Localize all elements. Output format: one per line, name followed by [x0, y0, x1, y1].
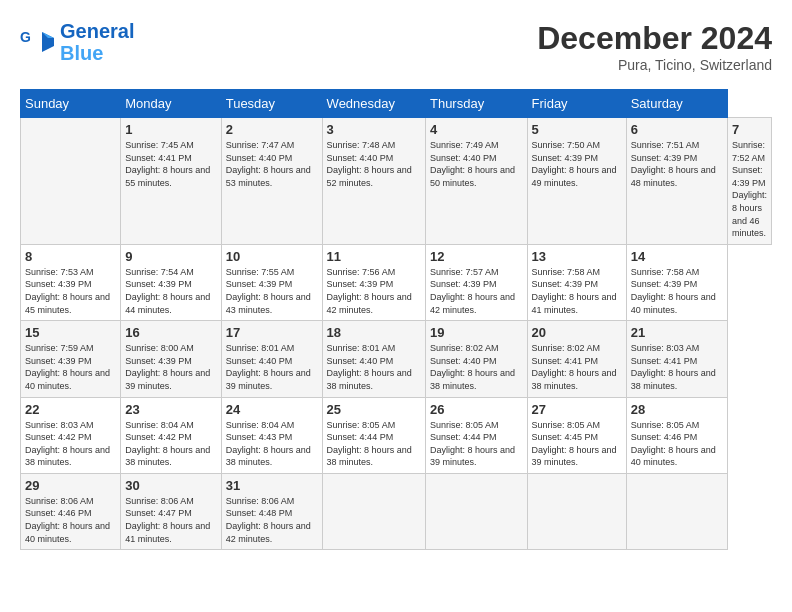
- day-info: Sunrise: 8:02 AM Sunset: 4:40 PM Dayligh…: [430, 342, 523, 392]
- day-number: 11: [327, 249, 421, 264]
- calendar-cell: 30 Sunrise: 8:06 AM Sunset: 4:47 PM Dayl…: [121, 473, 221, 549]
- day-info: Sunrise: 7:53 AM Sunset: 4:39 PM Dayligh…: [25, 266, 116, 316]
- month-title: December 2024: [537, 20, 772, 57]
- calendar-cell: [21, 118, 121, 245]
- calendar-cell: 20 Sunrise: 8:02 AM Sunset: 4:41 PM Dayl…: [527, 321, 626, 397]
- day-number: 28: [631, 402, 723, 417]
- calendar-cell: 12 Sunrise: 7:57 AM Sunset: 4:39 PM Dayl…: [425, 244, 527, 320]
- day-info: Sunrise: 7:55 AM Sunset: 4:39 PM Dayligh…: [226, 266, 318, 316]
- day-header-thursday: Thursday: [425, 90, 527, 118]
- day-info: Sunrise: 7:48 AM Sunset: 4:40 PM Dayligh…: [327, 139, 421, 189]
- calendar-cell: 13 Sunrise: 7:58 AM Sunset: 4:39 PM Dayl…: [527, 244, 626, 320]
- day-number: 29: [25, 478, 116, 493]
- day-header-sunday: Sunday: [21, 90, 121, 118]
- day-info: Sunrise: 8:05 AM Sunset: 4:44 PM Dayligh…: [327, 419, 421, 469]
- day-info: Sunrise: 8:06 AM Sunset: 4:46 PM Dayligh…: [25, 495, 116, 545]
- calendar-cell: [527, 473, 626, 549]
- day-number: 3: [327, 122, 421, 137]
- day-info: Sunrise: 7:45 AM Sunset: 4:41 PM Dayligh…: [125, 139, 216, 189]
- calendar-cell: 9 Sunrise: 7:54 AM Sunset: 4:39 PM Dayli…: [121, 244, 221, 320]
- calendar-cell: 22 Sunrise: 8:03 AM Sunset: 4:42 PM Dayl…: [21, 397, 121, 473]
- day-info: Sunrise: 8:03 AM Sunset: 4:41 PM Dayligh…: [631, 342, 723, 392]
- day-info: Sunrise: 7:49 AM Sunset: 4:40 PM Dayligh…: [430, 139, 523, 189]
- day-number: 21: [631, 325, 723, 340]
- calendar-cell: 19 Sunrise: 8:02 AM Sunset: 4:40 PM Dayl…: [425, 321, 527, 397]
- calendar-cell: [626, 473, 727, 549]
- calendar-cell: 17 Sunrise: 8:01 AM Sunset: 4:40 PM Dayl…: [221, 321, 322, 397]
- calendar-header-row: SundayMondayTuesdayWednesdayThursdayFrid…: [21, 90, 772, 118]
- calendar-week-3: 15 Sunrise: 7:59 AM Sunset: 4:39 PM Dayl…: [21, 321, 772, 397]
- svg-text:G: G: [20, 29, 31, 45]
- day-number: 10: [226, 249, 318, 264]
- day-number: 2: [226, 122, 318, 137]
- day-info: Sunrise: 7:54 AM Sunset: 4:39 PM Dayligh…: [125, 266, 216, 316]
- day-info: Sunrise: 7:59 AM Sunset: 4:39 PM Dayligh…: [25, 342, 116, 392]
- day-info: Sunrise: 7:51 AM Sunset: 4:39 PM Dayligh…: [631, 139, 723, 189]
- day-header-saturday: Saturday: [626, 90, 727, 118]
- calendar-cell: 23 Sunrise: 8:04 AM Sunset: 4:42 PM Dayl…: [121, 397, 221, 473]
- day-info: Sunrise: 8:03 AM Sunset: 4:42 PM Dayligh…: [25, 419, 116, 469]
- logo: G General Blue: [20, 20, 134, 64]
- calendar-week-4: 22 Sunrise: 8:03 AM Sunset: 4:42 PM Dayl…: [21, 397, 772, 473]
- calendar-cell: 10 Sunrise: 7:55 AM Sunset: 4:39 PM Dayl…: [221, 244, 322, 320]
- day-number: 14: [631, 249, 723, 264]
- day-info: Sunrise: 7:50 AM Sunset: 4:39 PM Dayligh…: [532, 139, 622, 189]
- day-info: Sunrise: 7:58 AM Sunset: 4:39 PM Dayligh…: [532, 266, 622, 316]
- day-number: 12: [430, 249, 523, 264]
- logo-icon: G: [20, 24, 56, 60]
- calendar-cell: 21 Sunrise: 8:03 AM Sunset: 4:41 PM Dayl…: [626, 321, 727, 397]
- day-number: 24: [226, 402, 318, 417]
- calendar-cell: 24 Sunrise: 8:04 AM Sunset: 4:43 PM Dayl…: [221, 397, 322, 473]
- day-header-wednesday: Wednesday: [322, 90, 425, 118]
- day-header-tuesday: Tuesday: [221, 90, 322, 118]
- calendar-cell: 11 Sunrise: 7:56 AM Sunset: 4:39 PM Dayl…: [322, 244, 425, 320]
- calendar-body: 1 Sunrise: 7:45 AM Sunset: 4:41 PM Dayli…: [21, 118, 772, 550]
- calendar-cell: 29 Sunrise: 8:06 AM Sunset: 4:46 PM Dayl…: [21, 473, 121, 549]
- calendar-table: SundayMondayTuesdayWednesdayThursdayFrid…: [20, 89, 772, 550]
- calendar-cell: 15 Sunrise: 7:59 AM Sunset: 4:39 PM Dayl…: [21, 321, 121, 397]
- day-number: 7: [732, 122, 767, 137]
- day-info: Sunrise: 8:01 AM Sunset: 4:40 PM Dayligh…: [327, 342, 421, 392]
- day-info: Sunrise: 8:06 AM Sunset: 4:47 PM Dayligh…: [125, 495, 216, 545]
- day-number: 20: [532, 325, 622, 340]
- day-number: 16: [125, 325, 216, 340]
- day-number: 8: [25, 249, 116, 264]
- calendar-cell: 27 Sunrise: 8:05 AM Sunset: 4:45 PM Dayl…: [527, 397, 626, 473]
- calendar-cell: [322, 473, 425, 549]
- day-number: 31: [226, 478, 318, 493]
- day-number: 15: [25, 325, 116, 340]
- calendar-cell: 14 Sunrise: 7:58 AM Sunset: 4:39 PM Dayl…: [626, 244, 727, 320]
- calendar-cell: 1 Sunrise: 7:45 AM Sunset: 4:41 PM Dayli…: [121, 118, 221, 245]
- day-number: 19: [430, 325, 523, 340]
- day-info: Sunrise: 7:58 AM Sunset: 4:39 PM Dayligh…: [631, 266, 723, 316]
- calendar-cell: 6 Sunrise: 7:51 AM Sunset: 4:39 PM Dayli…: [626, 118, 727, 245]
- calendar-cell: 7 Sunrise: 7:52 AM Sunset: 4:39 PM Dayli…: [727, 118, 771, 245]
- day-number: 4: [430, 122, 523, 137]
- calendar-week-5: 29 Sunrise: 8:06 AM Sunset: 4:46 PM Dayl…: [21, 473, 772, 549]
- calendar-week-2: 8 Sunrise: 7:53 AM Sunset: 4:39 PM Dayli…: [21, 244, 772, 320]
- day-info: Sunrise: 8:04 AM Sunset: 4:43 PM Dayligh…: [226, 419, 318, 469]
- day-number: 6: [631, 122, 723, 137]
- day-info: Sunrise: 8:06 AM Sunset: 4:48 PM Dayligh…: [226, 495, 318, 545]
- day-info: Sunrise: 7:52 AM Sunset: 4:39 PM Dayligh…: [732, 139, 767, 240]
- calendar-cell: 18 Sunrise: 8:01 AM Sunset: 4:40 PM Dayl…: [322, 321, 425, 397]
- day-number: 25: [327, 402, 421, 417]
- calendar-cell: 4 Sunrise: 7:49 AM Sunset: 4:40 PM Dayli…: [425, 118, 527, 245]
- day-info: Sunrise: 8:00 AM Sunset: 4:39 PM Dayligh…: [125, 342, 216, 392]
- calendar-week-1: 1 Sunrise: 7:45 AM Sunset: 4:41 PM Dayli…: [21, 118, 772, 245]
- day-number: 5: [532, 122, 622, 137]
- day-info: Sunrise: 8:01 AM Sunset: 4:40 PM Dayligh…: [226, 342, 318, 392]
- calendar-cell: [425, 473, 527, 549]
- day-info: Sunrise: 8:02 AM Sunset: 4:41 PM Dayligh…: [532, 342, 622, 392]
- calendar-cell: 31 Sunrise: 8:06 AM Sunset: 4:48 PM Dayl…: [221, 473, 322, 549]
- logo-text: General Blue: [60, 20, 134, 64]
- day-info: Sunrise: 7:47 AM Sunset: 4:40 PM Dayligh…: [226, 139, 318, 189]
- calendar-cell: 26 Sunrise: 8:05 AM Sunset: 4:44 PM Dayl…: [425, 397, 527, 473]
- day-info: Sunrise: 7:57 AM Sunset: 4:39 PM Dayligh…: [430, 266, 523, 316]
- day-number: 27: [532, 402, 622, 417]
- location: Pura, Ticino, Switzerland: [537, 57, 772, 73]
- day-info: Sunrise: 8:04 AM Sunset: 4:42 PM Dayligh…: [125, 419, 216, 469]
- page-header: G General Blue December 2024 Pura, Ticin…: [20, 20, 772, 73]
- calendar-cell: 16 Sunrise: 8:00 AM Sunset: 4:39 PM Dayl…: [121, 321, 221, 397]
- day-header-monday: Monday: [121, 90, 221, 118]
